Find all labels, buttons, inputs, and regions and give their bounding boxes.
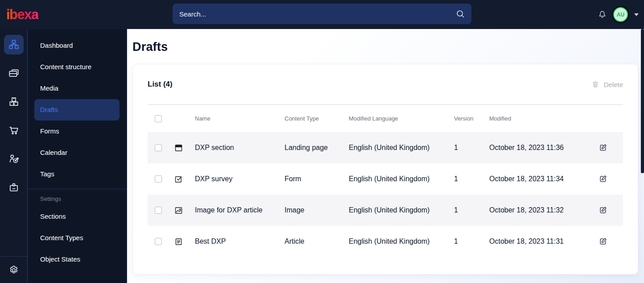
cell-version: 1: [447, 175, 482, 183]
cell-modified: October 18, 2023 11:36: [482, 144, 591, 152]
delete-button[interactable]: Delete: [591, 80, 623, 88]
sidebar-item-content-structure[interactable]: Content structure: [34, 56, 120, 78]
corporate-badge-icon[interactable]: [4, 178, 24, 197]
global-search-bar: [173, 4, 471, 24]
cell-name: DXP survey: [188, 175, 277, 183]
top-bar: ibexa AU: [0, 0, 644, 29]
row-checkbox[interactable]: [155, 238, 162, 245]
table-row: DXP section Landing page English (United…: [148, 132, 623, 163]
cell-modified: October 18, 2023 11:31: [482, 237, 591, 246]
table-row: DXP survey Form English (United Kingdom)…: [148, 163, 623, 195]
column-header-modified: Modified: [482, 115, 591, 122]
sidebar-item-forms[interactable]: Forms: [34, 121, 120, 142]
vertical-scrollbar[interactable]: [641, 29, 644, 173]
row-checkbox[interactable]: [155, 144, 162, 151]
sidebar-item-tags[interactable]: Tags: [34, 163, 120, 185]
main-content: Drafts List (4) Delete Name: [127, 29, 644, 283]
list-count-header: List (4): [148, 80, 173, 89]
column-header-content-type: Content Type: [277, 115, 342, 122]
top-right-actions: AU: [598, 0, 639, 29]
cell-modified: October 18, 2023 11:32: [482, 206, 591, 214]
cell-version: 1: [447, 237, 482, 246]
table-header-row: Name Content Type Modified Language Vers…: [148, 105, 623, 132]
delete-button-label: Delete: [604, 81, 623, 88]
form-icon: [169, 175, 188, 184]
content-sitemap-icon[interactable]: [4, 35, 24, 54]
icon-rail: [0, 29, 28, 283]
select-all-checkbox[interactable]: [155, 115, 162, 122]
page-title: Drafts: [132, 40, 644, 54]
pages-icon[interactable]: [4, 63, 24, 83]
column-header-version: Version: [447, 115, 482, 122]
article-icon: [169, 237, 188, 246]
cell-name: Image for DXP article: [188, 206, 277, 214]
column-header-modified-language: Modified Language: [342, 115, 447, 122]
sidebar-item-content-types[interactable]: Content Types: [34, 227, 120, 249]
column-header-name: Name: [188, 115, 277, 122]
cell-content-type: Form: [277, 175, 342, 183]
cell-modified-language: English (United Kingdom): [342, 144, 447, 152]
search-icon[interactable]: [455, 9, 465, 19]
cell-modified: October 18, 2023 11:34: [482, 175, 591, 183]
search-input[interactable]: [173, 10, 455, 18]
edit-button[interactable]: [599, 143, 607, 152]
sidebar-item-object-states[interactable]: Object States: [34, 249, 120, 270]
ibexa-logo[interactable]: ibexa: [6, 7, 38, 23]
edit-button[interactable]: [599, 206, 607, 215]
sidebar-item-drafts[interactable]: Drafts: [34, 99, 120, 121]
settings-section-label: Settings: [40, 196, 127, 202]
landing-page-icon: [169, 143, 188, 153]
drafts-list-card: List (4) Delete Name Content Type Mod: [132, 64, 638, 275]
edit-button[interactable]: [599, 175, 607, 183]
image-icon: [169, 206, 188, 215]
sidebar-menu: Dashboard Content structure Media Drafts…: [28, 29, 127, 283]
sidebar-item-sections[interactable]: Sections: [34, 206, 120, 227]
personalization-target-icon[interactable]: [4, 149, 24, 169]
cell-content-type: Article: [277, 237, 342, 246]
sidebar-item-media[interactable]: Media: [34, 78, 120, 99]
user-avatar[interactable]: AU: [613, 7, 628, 22]
cell-content-type: Image: [277, 206, 342, 214]
cell-name: Best DXP: [188, 237, 277, 246]
edit-button[interactable]: [599, 237, 607, 246]
rail-footer: [0, 256, 27, 283]
row-checkbox[interactable]: [155, 175, 162, 183]
commerce-cart-icon[interactable]: [4, 121, 24, 140]
sidebar-item-calendar[interactable]: Calendar: [34, 142, 120, 163]
table-row: Image for DXP article Image English (Uni…: [148, 195, 623, 226]
sidebar-item-dashboard[interactable]: Dashboard: [34, 35, 120, 56]
cell-modified-language: English (United Kingdom): [342, 175, 447, 183]
table-row: Best DXP Article English (United Kingdom…: [148, 226, 623, 257]
cell-modified-language: English (United Kingdom): [342, 237, 447, 246]
trash-icon: [591, 80, 599, 88]
menu-divider: [28, 189, 127, 189]
cell-version: 1: [447, 206, 482, 214]
cell-modified-language: English (United Kingdom): [342, 206, 447, 214]
notifications-bell-icon[interactable]: [598, 10, 607, 19]
row-checkbox[interactable]: [155, 207, 162, 214]
cell-name: DXP section: [188, 144, 277, 152]
cell-version: 1: [447, 144, 482, 152]
cell-content-type: Landing page: [277, 144, 342, 152]
user-menu-chevron-down-icon[interactable]: [634, 13, 639, 16]
settings-gear-icon[interactable]: [8, 265, 19, 275]
products-boxes-icon[interactable]: [4, 92, 24, 112]
